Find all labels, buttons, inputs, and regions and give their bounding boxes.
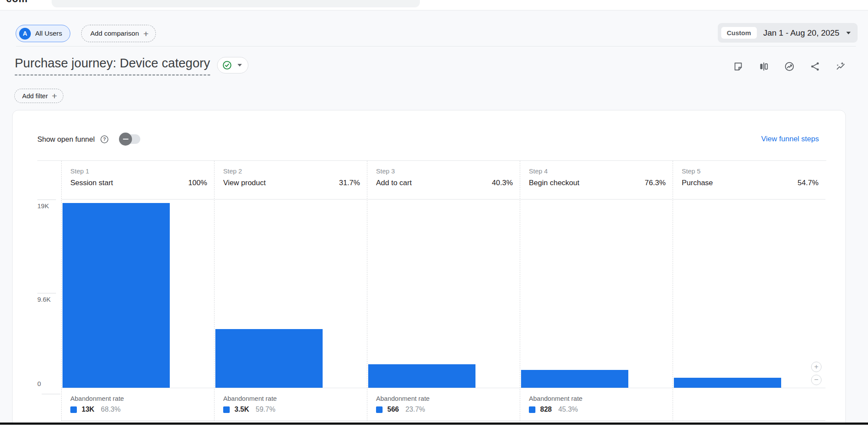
funnel-card: Show open funnel ? View funnel steps 19K… (12, 110, 846, 426)
all-users-label: All Users (35, 30, 62, 37)
verified-check-icon (222, 60, 232, 70)
browser-fragment-text: com (6, 0, 28, 5)
share-icon[interactable] (809, 61, 821, 72)
funnel-plot-cell (673, 200, 825, 388)
add-filter-label: Add filter (22, 92, 48, 100)
plus-icon: + (52, 91, 57, 100)
abandonment-rate-label: Abandonment rate (529, 394, 673, 403)
funnel-plot-cell (215, 200, 367, 388)
y-axis-tick (37, 293, 56, 293)
show-open-funnel-label: Show open funnel (37, 135, 95, 143)
show-open-funnel-toggle[interactable] (120, 134, 140, 144)
funnel-step-header: Step 5 Purchase 54.7% (673, 161, 825, 200)
zoom-in-button[interactable]: + (811, 362, 822, 372)
abandonment-swatch (376, 406, 383, 413)
abandonment-count: 566 (387, 406, 399, 413)
browser-chrome-strip: com (0, 0, 868, 10)
abandonment-cell (673, 388, 825, 421)
funnel-chart: 19K9.6K0 Step 1 Session start 100% Aband… (37, 160, 826, 421)
explore-page: A All Users Add comparison + Custom Jan … (0, 10, 868, 426)
funnel-step-completion-rate: 40.3% (492, 178, 513, 188)
funnel-step-column: Step 4 Begin checkout 76.3% Abandonment … (520, 161, 673, 421)
funnel-step-label: Step 3 (376, 167, 513, 175)
add-comparison-button[interactable]: Add comparison + (81, 25, 156, 42)
abandonment-rate-label: Abandonment rate (376, 394, 520, 403)
plus-icon: + (143, 29, 149, 38)
help-icon[interactable]: ? (100, 135, 109, 144)
abandonment-rate-value: 45.3% (558, 406, 578, 413)
date-range-selector[interactable]: Custom Jan 1 - Aug 20, 2025 (718, 23, 858, 43)
funnel-step-label: Step 5 (682, 167, 818, 175)
y-axis-tick-label: 0 (37, 380, 41, 387)
abandonment-cell: Abandonment rate 566 23.7% (367, 388, 520, 421)
caret-down-icon (846, 32, 851, 34)
funnel-step-header: Step 2 View product 31.7% (215, 161, 367, 200)
funnel-step-label: Step 4 (529, 167, 666, 175)
notes-icon[interactable] (733, 61, 744, 72)
funnel-plot-cell (367, 200, 520, 388)
funnel-step-header: Step 1 Session start 100% (62, 161, 214, 200)
compare-icon[interactable] (758, 61, 769, 72)
y-axis-tick-label: 9.6K (37, 296, 51, 303)
caret-down-icon (238, 64, 242, 67)
ga-explore-screen: com A All Users Add comparison + Custom … (0, 0, 868, 426)
add-filter-button[interactable]: Add filter + (14, 89, 63, 103)
abandonment-cell: Abandonment rate 3.5K 59.7% (215, 388, 367, 421)
report-actions-toolbar (733, 61, 846, 72)
abandonment-swatch (223, 406, 230, 413)
funnel-plot-cell (62, 200, 214, 388)
y-axis-tick (37, 200, 56, 200)
funnel-step-completion-rate: 54.7% (798, 178, 818, 188)
abandonment-swatch (70, 406, 77, 413)
funnel-bar[interactable] (215, 329, 323, 388)
funnel-bar[interactable] (674, 378, 781, 388)
funnel-bar[interactable] (368, 364, 475, 388)
funnel-step-name: Session start (70, 178, 113, 188)
browser-search-bar[interactable] (52, 0, 420, 7)
funnel-step-name: Add to cart (376, 178, 412, 188)
abandonment-cell: Abandonment rate 13K 68.3% (62, 388, 214, 421)
y-axis-tick-label: 19K (37, 202, 49, 210)
zoom-out-button[interactable]: − (811, 375, 822, 385)
funnel-plot-cell (520, 200, 673, 388)
y-axis-tick (42, 394, 60, 394)
funnel-step-header: Step 3 Add to cart 40.3% (367, 161, 520, 200)
all-users-segment-chip[interactable]: A All Users (16, 25, 70, 42)
all-users-avatar: A (19, 28, 31, 40)
funnel-step-column: Step 1 Session start 100% Abandonment ra… (61, 161, 214, 421)
funnel-step-name: View product (223, 178, 266, 188)
date-range-mode-badge: Custom (721, 27, 757, 39)
funnel-step-column: Step 3 Add to cart 40.3% Abandonment rat… (367, 161, 520, 421)
y-axis: 19K9.6K0 (37, 161, 61, 421)
date-range-value: Jan 1 - Aug 20, 2025 (763, 28, 839, 38)
abandonment-swatch (529, 406, 535, 413)
abandonment-rate-label: Abandonment rate (223, 394, 367, 403)
funnel-step-completion-rate: 31.7% (339, 178, 360, 188)
funnel-bar[interactable] (63, 203, 170, 388)
abandonment-count: 13K (82, 406, 94, 413)
title-status-dropdown[interactable] (217, 57, 248, 73)
generated-insights-icon[interactable] (835, 61, 846, 72)
abandonment-rate-label: Abandonment rate (70, 394, 214, 403)
add-comparison-label: Add comparison (90, 30, 139, 37)
page-title[interactable]: Purchase journey: Device category (15, 56, 210, 76)
abandonment-count: 3.5K (234, 406, 249, 413)
view-funnel-steps-link[interactable]: View funnel steps (761, 135, 819, 143)
abandonment-count: 828 (540, 406, 552, 413)
funnel-step-completion-rate: 76.3% (645, 178, 666, 188)
abandonment-cell: Abandonment rate 828 45.3% (520, 388, 673, 421)
funnel-step-name: Begin checkout (529, 178, 579, 188)
funnel-bar[interactable] (521, 370, 628, 388)
insights-icon[interactable] (784, 61, 795, 72)
divider (16, 46, 856, 47)
abandonment-rate-value: 59.7% (256, 406, 275, 413)
funnel-step-label: Step 2 (223, 167, 360, 175)
funnel-step-completion-rate: 100% (188, 178, 207, 188)
funnel-step-label: Step 1 (70, 167, 207, 175)
abandonment-rate-value: 68.3% (101, 406, 120, 413)
funnel-step-column: Step 5 Purchase 54.7% (673, 161, 825, 421)
funnel-step-name: Purchase (682, 178, 713, 188)
abandonment-rate-value: 23.7% (406, 406, 425, 413)
svg-text:?: ? (103, 136, 106, 142)
toggle-thumb-off (119, 133, 132, 146)
